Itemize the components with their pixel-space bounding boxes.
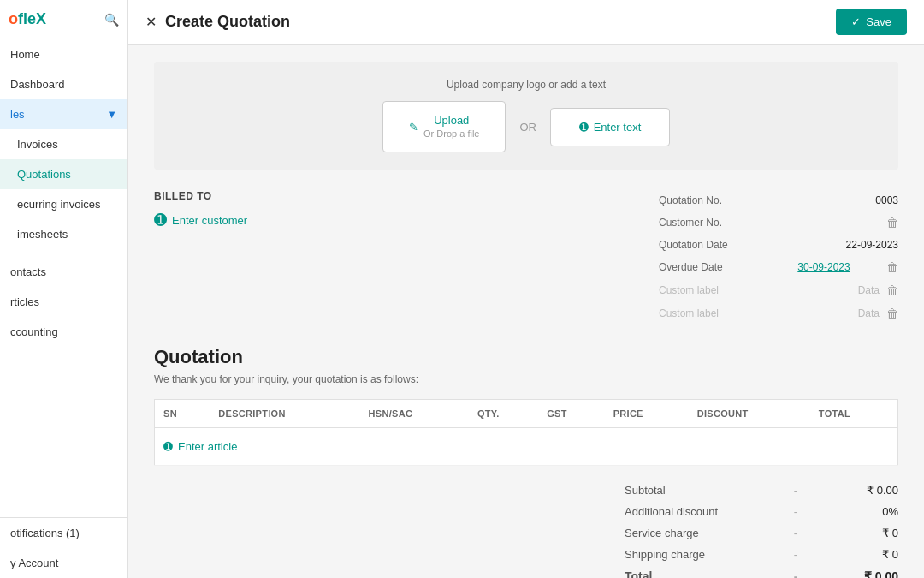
logo-upload-description: Upload company logo or add a text [447, 79, 606, 91]
sidebar-item-timesheets-label: imesheets [17, 228, 68, 241]
enter-article-cell: ➊ Enter article [155, 428, 898, 466]
table-header-row: SN DESCRIPTION HSN/SAC QTY. GST PRICE DI… [155, 400, 898, 428]
col-description: DESCRIPTION [210, 400, 359, 428]
billed-to-section: BILLED TO ➊ Enter customer [154, 190, 659, 325]
sidebar-item-accounting[interactable]: ccounting [0, 317, 127, 347]
sidebar-item-articles[interactable]: rticles [0, 287, 127, 317]
quotation-title: Quotation [154, 346, 898, 368]
upload-button[interactable]: ✎ Upload Or Drop a file [382, 101, 506, 152]
quotation-subtitle: We thank you for your inquiry, your quot… [154, 373, 898, 385]
total-row-subtotal: Subtotal - ₹ 0.00 [625, 480, 898, 501]
quote-info-row: BILLED TO ➊ Enter customer Quotation No.… [154, 190, 898, 325]
close-icon[interactable]: ✕ [145, 14, 157, 30]
enter-customer-button[interactable]: ➊ Enter customer [154, 211, 247, 229]
table-row-enter-article: ➊ Enter article [155, 428, 898, 466]
sidebar-item-dashboard[interactable]: Dashboard [0, 69, 127, 99]
custom-label-1-delete-icon[interactable]: 🗑 [886, 283, 898, 297]
service-charge-dash: - [794, 527, 797, 539]
subtotal-label: Subtotal [625, 484, 744, 497]
billed-to-label: BILLED TO [154, 190, 659, 202]
sidebar-item-notifications[interactable]: otifications (1) [0, 518, 127, 548]
page-title: Create Quotation [165, 13, 290, 31]
sidebar-item-quotations-label: Quotations [17, 168, 71, 181]
page-header: ✕ Create Quotation ✓ Save [128, 0, 924, 45]
header-left: ✕ Create Quotation [145, 13, 290, 31]
sidebar-item-recurring[interactable]: ecurring invoices [0, 189, 127, 219]
additional-discount-dash: - [794, 505, 797, 518]
logo-upload-buttons: ✎ Upload Or Drop a file OR ➊ Enter text [382, 101, 670, 152]
col-qty: QTY. [469, 400, 538, 428]
sidebar-item-account[interactable]: y Account [0, 548, 127, 578]
quotation-no-value: 0003 [875, 194, 898, 206]
enter-article-label: Enter article [178, 440, 237, 453]
col-discount: DISCOUNT [689, 400, 810, 428]
custom-label-2-delete-icon[interactable]: 🗑 [886, 307, 898, 320]
grand-total-label: Total [625, 569, 744, 578]
overdue-date-delete-icon[interactable]: 🗑 [886, 260, 898, 274]
sidebar-item-sales-label: les [10, 108, 25, 121]
total-row-shipping-charge: Shipping charge - ₹ 0 [625, 544, 898, 565]
additional-discount-label: Additional discount [625, 505, 744, 518]
custom-label-1-value: Data 🗑 [858, 283, 898, 297]
save-button[interactable]: ✓ Save [836, 9, 907, 35]
grand-total-value: ₹ 0.00 [847, 569, 898, 578]
quote-fields-section: Quotation No. 0003 Customer No. 🗑 Quotat… [659, 190, 898, 325]
shipping-charge-value: ₹ 0 [847, 548, 898, 561]
customer-no-label: Customer No. [659, 217, 761, 229]
sidebar-item-account-label: y Account [10, 557, 58, 569]
quotation-date-label: Quotation Date [659, 239, 761, 251]
total-row-additional-discount: Additional discount - 0% [625, 501, 898, 522]
sidebar-item-recurring-label: ecurring invoices [17, 198, 101, 211]
grand-total-dash: - [794, 569, 798, 578]
customer-no-delete-icon[interactable]: 🗑 [886, 216, 898, 229]
sidebar-logo-area: ofleX 🔍 [0, 0, 127, 39]
or-separator: OR [519, 121, 536, 134]
shipping-charge-label: Shipping charge [625, 548, 744, 561]
sidebar-divider-1 [0, 253, 127, 253]
sidebar-item-home[interactable]: Home [0, 39, 127, 69]
custom-label-1-label: Custom label [659, 284, 761, 296]
enter-text-button[interactable]: ➊ Enter text [550, 108, 670, 146]
sidebar-item-contacts[interactable]: ontacts [0, 257, 127, 287]
sidebar-item-invoices[interactable]: Invoices [0, 129, 127, 159]
sidebar-item-articles-label: rticles [10, 295, 39, 308]
sidebar-item-notifications-label: otifications (1) [10, 527, 80, 539]
quote-field-custom-2: Custom label Data 🗑 [659, 302, 898, 325]
custom-label-2-text: Data [858, 307, 880, 319]
quotation-date-value: 22-09-2023 [846, 239, 898, 251]
sidebar-item-quotations[interactable]: Quotations [0, 159, 127, 189]
quote-field-quotation-no: Quotation No. 0003 [659, 190, 898, 212]
totals-table: Subtotal - ₹ 0.00 Additional discount - … [625, 480, 898, 578]
custom-label-2-label: Custom label [659, 307, 761, 319]
quote-field-quotation-date: Quotation Date 22-09-2023 [659, 235, 898, 256]
overdue-date-value[interactable]: 30-09-2023 [797, 261, 850, 273]
sidebar-nav: Home Dashboard les ▼ Invoices Quotations… [0, 39, 127, 517]
search-icon[interactable]: 🔍 [104, 13, 119, 27]
quotation-no-label: Quotation No. [659, 194, 761, 206]
enter-text-label: Enter text [594, 121, 642, 134]
subtotal-dash: - [794, 484, 797, 497]
shipping-charge-dash: - [794, 548, 797, 561]
sidebar-item-accounting-label: ccounting [10, 325, 58, 338]
custom-label-2-value: Data 🗑 [858, 307, 898, 320]
sidebar-item-timesheets[interactable]: imesheets [0, 219, 127, 249]
sidebar-item-home-label: Home [10, 48, 40, 61]
service-charge-value: ₹ 0 [847, 527, 898, 539]
checkmark-icon: ✓ [851, 15, 861, 28]
col-gst: GST [538, 400, 604, 428]
col-price: PRICE [605, 400, 689, 428]
enter-article-button[interactable]: ➊ Enter article [163, 437, 237, 456]
chevron-down-icon: ▼ [106, 108, 117, 121]
sidebar-item-sales[interactable]: les ▼ [0, 99, 127, 129]
circle-plus-icon: ➊ [154, 211, 167, 229]
sidebar-item-dashboard-label: Dashboard [10, 78, 65, 91]
totals-section: Subtotal - ₹ 0.00 Additional discount - … [154, 480, 898, 578]
custom-label-1-text: Data [858, 284, 880, 296]
additional-discount-value: 0% [847, 505, 898, 518]
logo-upload-area: Upload company logo or add a text ✎ Uplo… [154, 62, 898, 170]
subtotal-value: ₹ 0.00 [847, 484, 898, 497]
sidebar: ofleX 🔍 Home Dashboard les ▼ Invoices Qu… [0, 0, 128, 578]
items-table: SN DESCRIPTION HSN/SAC QTY. GST PRICE DI… [154, 399, 898, 466]
app-logo: ofleX [9, 10, 46, 28]
circle-plus-article-icon: ➊ [163, 440, 173, 453]
